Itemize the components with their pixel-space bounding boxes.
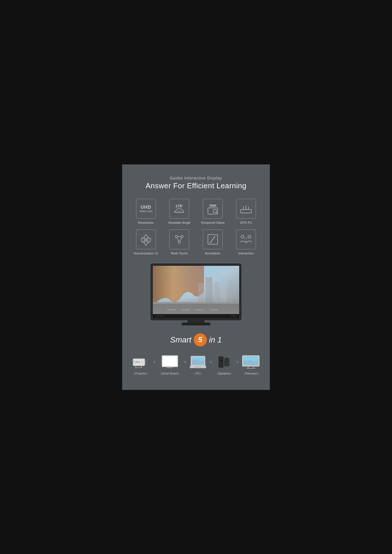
smart-prefix: Smart [170, 335, 191, 344]
svg-point-4 [213, 209, 216, 213]
svg-rect-40 [228, 280, 232, 303]
svg-rect-45 [135, 361, 137, 363]
feature-annotation: Annotation [197, 229, 228, 255]
resolution-label: Resolution [138, 221, 154, 224]
smartboard-svg [161, 355, 178, 369]
annotation-label: Annotation [205, 252, 221, 255]
svg-point-17 [178, 241, 180, 243]
uhd-main-text: UHD [139, 204, 152, 210]
monitor-controls [231, 315, 236, 316]
television-svg [242, 355, 260, 369]
humanui-icon [139, 232, 153, 246]
monitor-stand [187, 320, 205, 323]
product-pc: （PC） [189, 354, 207, 376]
smartboard-icon [161, 354, 178, 370]
humanui-label: Humanization UI [134, 252, 158, 255]
monitor-btn-3 [234, 315, 235, 316]
angle-icon-box: 178° [169, 199, 189, 219]
product-card: Gaoke Interactive Display Answer For Eff… [122, 164, 270, 390]
speakers-label: （Speakers） [215, 372, 233, 376]
plus-2: + [184, 359, 186, 365]
svg-line-48 [145, 362, 149, 365]
svg-point-65 [226, 364, 228, 365]
multitouch-icon-box [169, 229, 189, 249]
page-wrapper: Gaoke Interactive Display Answer For Eff… [0, 0, 392, 554]
svg-marker-13 [147, 237, 151, 242]
feature-resolution: UHD 3840×2160 Resolution [131, 199, 161, 224]
svg-marker-11 [144, 235, 148, 240]
interaction-icon [239, 232, 253, 246]
product-smartboard: （Smart Board） [159, 354, 181, 376]
feature-ops-pc: OPS PC [231, 199, 262, 224]
glass-label: Tempered Glass [201, 221, 225, 224]
ops-label: OPS PC [240, 221, 252, 224]
svg-rect-38 [214, 281, 219, 303]
annotation-icon-box [203, 229, 223, 249]
plus-3: + [210, 359, 212, 365]
svg-point-16 [181, 235, 183, 238]
monitor-frame: GAOKE [151, 264, 241, 320]
header-title: Answer For Efficient Learning [131, 181, 261, 190]
monitor-btn-4 [235, 315, 236, 316]
smart-section: Smart 5 in 1 [131, 333, 261, 346]
speakers-svg [217, 355, 231, 369]
angle-icon: 178° [172, 202, 186, 216]
svg-point-62 [220, 364, 222, 366]
svg-point-64 [226, 360, 228, 363]
feature-tempered-glass: 4MM Tempered Glass [197, 199, 228, 224]
smart-row: Smart 5 in 1 [131, 333, 261, 346]
svg-point-25 [248, 235, 251, 238]
svg-point-61 [220, 359, 222, 362]
monitor-screen [153, 266, 239, 318]
svg-text:178°: 178° [176, 204, 183, 208]
monitor-btn-2 [233, 315, 233, 316]
glass-icon-box: 4MM [203, 199, 223, 219]
monitor-container: GAOKE [151, 264, 241, 325]
svg-point-43 [141, 361, 144, 363]
projector-icon [132, 354, 150, 370]
feature-multi-touch: Multi Touch [164, 229, 195, 255]
svg-marker-12 [141, 237, 145, 242]
svg-rect-28 [245, 241, 247, 243]
svg-rect-46 [137, 361, 140, 363]
humanui-icon-box [136, 229, 156, 249]
interaction-icon-box [236, 229, 256, 249]
features-grid: UHD 3840×2160 Resolution 178° Viewable [131, 199, 261, 255]
monitor-btn-1 [231, 315, 232, 316]
svg-rect-59 [195, 366, 201, 367]
svg-line-23 [209, 242, 211, 243]
resolution-icon-box: UHD 3840×2160 [136, 199, 156, 219]
television-icon [242, 354, 260, 370]
uhd-display: UHD 3840×2160 [139, 204, 152, 213]
header-section: Gaoke Interactive Display Answer For Eff… [131, 176, 261, 190]
svg-rect-3 [208, 208, 218, 214]
multitouch-label: Multi Touch [171, 252, 188, 255]
svg-line-22 [210, 236, 215, 243]
svg-point-24 [241, 235, 244, 238]
product-speakers: （Speakers） [215, 354, 233, 376]
svg-text:4MM: 4MM [209, 204, 216, 207]
monitor-brand-text: GAOKE [156, 315, 164, 317]
pc-icon [189, 354, 207, 370]
svg-rect-53 [163, 356, 177, 366]
smart-suffix: in 1 [209, 335, 222, 344]
plus-1: + [153, 359, 156, 365]
ops-icon-box [236, 199, 256, 219]
television-label: （Television） [242, 372, 260, 376]
svg-line-69 [253, 366, 255, 368]
svg-rect-44 [133, 360, 135, 364]
svg-line-20 [180, 237, 182, 241]
uhd-sub-text: 3840×2160 [139, 210, 152, 213]
multitouch-icon [172, 232, 186, 246]
monitor-section: GAOKE [131, 264, 261, 325]
product-television: （Television） [242, 354, 260, 376]
svg-rect-36 [198, 283, 204, 303]
pc-label: （PC） [193, 372, 203, 376]
speakers-icon [217, 354, 231, 370]
feature-humanization-ui: Humanization UI [131, 229, 161, 255]
projector-svg [132, 356, 150, 369]
svg-rect-37 [205, 277, 212, 303]
plus-4: + [236, 359, 239, 365]
header-subtitle: Gaoke Interactive Display [131, 176, 261, 180]
svg-rect-39 [220, 286, 227, 303]
